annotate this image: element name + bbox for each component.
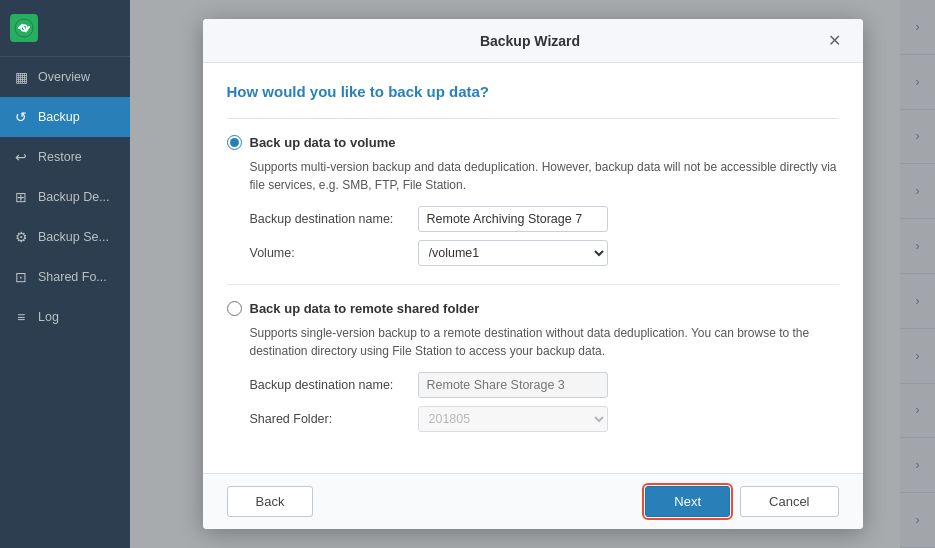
sidebar-item-backup-de[interactable]: ⊞ Backup De... [0,177,130,217]
sidebar-item-backup[interactable]: ↺ Backup [0,97,130,137]
option2-label: Back up data to remote shared folder [250,301,480,316]
backup-se-icon: ⚙ [12,228,30,246]
modal-body: How would you like to back up data? Back… [203,63,863,473]
modal-close-button[interactable]: ✕ [822,29,847,52]
option2-dest-name-input [418,372,608,398]
next-button[interactable]: Next [645,486,730,517]
sidebar-item-log[interactable]: ≡ Log [0,297,130,337]
modal-overlay: Backup Wizard ✕ How would you like to ba… [130,0,935,548]
backup-de-icon: ⊞ [12,188,30,206]
option2-shared-folder-select: 201805 201804 201803 [418,406,608,432]
shared-fo-icon: ⊡ [12,268,30,286]
option2-desc: Supports single-version backup to a remo… [250,324,839,360]
back-button[interactable]: Back [227,486,314,517]
option2-header: Back up data to remote shared folder [227,301,839,316]
option2-radio[interactable] [227,301,242,316]
sidebar-item-backup-se[interactable]: ⚙ Backup Se... [0,217,130,257]
option2-section: Back up data to remote shared folder Sup… [227,301,839,432]
option1-label: Back up data to volume [250,135,396,150]
option1-radio[interactable] [227,135,242,150]
header-divider [227,118,839,119]
option2-dest-name-row: Backup destination name: [250,372,839,398]
backup-icon: ↺ [12,108,30,126]
option2-shared-folder-row: Shared Folder: 201805 201804 201803 [250,406,839,432]
footer-right-buttons: Next Cancel [645,486,838,517]
main-area: › › › › › › › › › › Backup Wizard ✕ How … [130,0,935,548]
option1-dest-name-input[interactable] [418,206,608,232]
sidebar-item-backup-se-label: Backup Se... [38,230,109,244]
option1-volume-row: Volume: /volume1 /volume2 [250,240,839,266]
modal-header: Backup Wizard ✕ [203,19,863,63]
sidebar-item-restore-label: Restore [38,150,82,164]
option1-dest-name-row: Backup destination name: [250,206,839,232]
overview-icon: ▦ [12,68,30,86]
sidebar-item-overview-label: Overview [38,70,90,84]
sidebar-item-backup-label: Backup [38,110,80,124]
modal-title: Backup Wizard [239,33,822,49]
log-icon: ≡ [12,308,30,326]
cancel-button[interactable]: Cancel [740,486,838,517]
sidebar-item-backup-de-label: Backup De... [38,190,110,204]
modal-question: How would you like to back up data? [227,83,839,100]
sidebar-item-overview[interactable]: ▦ Overview [0,57,130,97]
sidebar: ▦ Overview ↺ Backup ↩ Restore ⊞ Backup D… [0,0,130,548]
option1-section: Back up data to volume Supports multi-ve… [227,135,839,266]
sidebar-logo [0,0,130,57]
sidebar-item-log-label: Log [38,310,59,324]
option1-volume-label: Volume: [250,246,410,260]
option2-dest-name-label: Backup destination name: [250,378,410,392]
sidebar-item-shared-fo-label: Shared Fo... [38,270,107,284]
option1-volume-select[interactable]: /volume1 /volume2 [418,240,608,266]
backup-wizard-modal: Backup Wizard ✕ How would you like to ba… [203,19,863,529]
modal-footer: Back Next Cancel [203,473,863,529]
sidebar-item-shared-fo[interactable]: ⊡ Shared Fo... [0,257,130,297]
option1-header: Back up data to volume [227,135,839,150]
section-divider [227,284,839,285]
sidebar-item-restore[interactable]: ↩ Restore [0,137,130,177]
option2-shared-folder-label: Shared Folder: [250,412,410,426]
restore-icon: ↩ [12,148,30,166]
app-logo-icon [10,14,38,42]
option1-desc: Supports multi-version backup and data d… [250,158,839,194]
option1-dest-name-label: Backup destination name: [250,212,410,226]
